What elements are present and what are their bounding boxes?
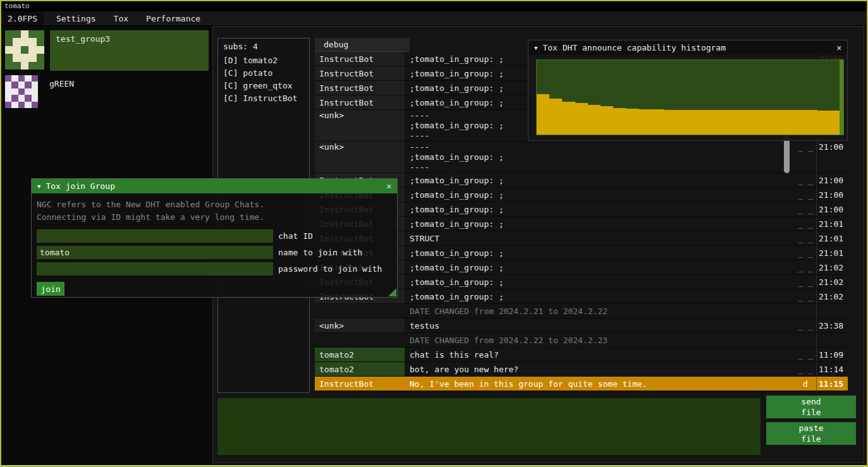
message-timestamp xyxy=(816,333,848,347)
histogram-bar xyxy=(817,111,830,135)
message-timestamp: 21:01 xyxy=(816,246,848,260)
message-timestamp: 21:02 xyxy=(816,275,848,289)
field-label: password to join with xyxy=(278,264,382,274)
histogram-bar xyxy=(792,110,805,135)
message-status: _ _ xyxy=(795,275,816,289)
message-timestamp: 21:00 xyxy=(816,188,848,202)
histogram-bar xyxy=(613,108,626,135)
member-list-item[interactable]: [C] potato xyxy=(218,67,309,80)
tab-label: debug xyxy=(324,40,348,49)
histogram-bar xyxy=(741,110,754,135)
message-author: InstructBot xyxy=(315,52,405,66)
menu-item-performance[interactable]: Performance xyxy=(137,11,209,25)
message-author: tomato2 xyxy=(315,362,405,376)
message-status: _ _ xyxy=(795,318,816,332)
histogram-bar xyxy=(537,94,549,135)
histogram-bar xyxy=(779,110,792,135)
message-status: _ _ xyxy=(795,362,816,376)
join-window-body: NGC refers to the New DHT enabled Group … xyxy=(32,193,397,297)
histogram-window-title: Tox DHT announce capability histogram xyxy=(542,43,726,52)
date-separator-text: DATE CHANGED from 2024.2.22 to 2024.2.23 xyxy=(405,333,795,347)
message-status: d xyxy=(795,377,816,391)
group-item-gREEN[interactable]: gREEN xyxy=(5,75,209,108)
histogram-bar xyxy=(601,106,613,135)
menu-item-tox[interactable]: Tox xyxy=(105,11,137,25)
message-author: <unk> xyxy=(315,142,405,173)
member-list-item[interactable]: [C] green_qtox xyxy=(218,80,309,92)
collapse-icon[interactable]: ▼ xyxy=(534,45,537,51)
paste-file-button[interactable]: paste file xyxy=(766,422,856,445)
message-author: <unk> xyxy=(315,110,405,141)
message-timestamp: 11:09 xyxy=(816,348,848,361)
resize-grip[interactable] xyxy=(388,288,396,296)
menu-item-settings[interactable]: Settings xyxy=(47,11,105,25)
member-list-item[interactable]: [D] tomato2 xyxy=(218,54,309,67)
message-author xyxy=(315,304,405,318)
chat-message-row[interactable]: tomato2chat is this real?_ _11:09 xyxy=(315,348,848,362)
histogram-bar xyxy=(549,99,562,135)
join-fields: chat IDtomatoname to join withpassword t… xyxy=(37,229,392,276)
message-status: _ _ xyxy=(795,217,816,231)
histogram-bar xyxy=(652,109,664,135)
chat-message-row[interactable]: <unk>testus_ _23:38 xyxy=(315,318,848,333)
message-status: _ _ xyxy=(795,142,816,173)
join-window-titlebar: ▼ Tox join Group ✕ xyxy=(32,179,397,193)
message-timestamp: 21:00 xyxy=(816,173,848,187)
close-icon[interactable]: ✕ xyxy=(836,43,841,52)
password-input[interactable] xyxy=(37,262,273,276)
message-text: ;tomato_in_group: ; xyxy=(405,202,795,216)
histogram-bar xyxy=(805,110,817,135)
message-status: _ _ xyxy=(795,246,816,260)
message-author: InstructBot xyxy=(315,81,405,95)
message-status: _ _ xyxy=(795,188,816,202)
histogram-bar xyxy=(716,110,728,135)
chat-id-input[interactable] xyxy=(37,229,273,243)
message-input[interactable] xyxy=(217,398,761,455)
message-text: STRUCT xyxy=(405,231,795,245)
date-separator-text: DATE CHANGED from 2024.2.21 to 2024.2.22 xyxy=(405,304,795,318)
message-timestamp: 21:01 xyxy=(816,217,848,231)
message-text: ;tomato_in_group: ; xyxy=(405,217,795,231)
histogram-bar xyxy=(767,110,779,135)
message-status: _ _ xyxy=(795,173,816,187)
message-status: _ _ xyxy=(795,289,816,303)
tab-debug[interactable]: debug xyxy=(315,38,410,52)
message-timestamp: 21:01 xyxy=(816,231,848,245)
message-timestamp: 23:38 xyxy=(816,318,848,332)
message-text: ;tomato_in_group: ; xyxy=(405,188,795,202)
message-text: ---- ;tomato_in_group: ; ---- xyxy=(405,142,795,173)
message-timestamp: 21:02 xyxy=(816,289,848,303)
message-status: _ _ xyxy=(795,260,816,274)
message-text: ;tomato_in_group: ; xyxy=(405,246,795,260)
send-file-button[interactable]: send file xyxy=(766,396,856,418)
message-author xyxy=(315,333,405,347)
message-text: ;tomato_in_group: ; xyxy=(405,173,795,187)
histogram-bar xyxy=(690,110,702,135)
window-title: tomato xyxy=(4,2,30,10)
fps-counter: 2.0FPS xyxy=(1,11,44,25)
chat-message-row[interactable]: <unk>---- ;tomato_in_group: ; ----_ _21:… xyxy=(315,142,848,173)
close-icon[interactable]: ✕ xyxy=(386,181,391,191)
message-status: _ _ xyxy=(795,231,816,245)
chat-message-row[interactable]: InstructBotNo, I've been in this group f… xyxy=(315,377,848,391)
collapse-icon[interactable]: ▼ xyxy=(37,183,40,190)
message-author: InstructBot xyxy=(315,95,405,109)
member-list: [D] tomato2[C] potato[C] green_qtox[C] I… xyxy=(218,54,309,105)
chat-message-row[interactable]: tomato2bot, are you new here?_ _11:14 xyxy=(315,362,848,377)
join-button[interactable]: join xyxy=(37,282,64,296)
message-status: _ _ xyxy=(795,348,816,361)
message-status: _ _ xyxy=(795,202,816,216)
histogram-bar xyxy=(664,110,677,135)
name-input[interactable]: tomato xyxy=(37,246,273,259)
message-text: ;tomato_in_group: ; xyxy=(405,260,795,274)
histogram-bar xyxy=(728,110,741,135)
plot-right-edge xyxy=(840,60,843,135)
message-text: chat is this real? xyxy=(405,348,795,361)
message-author: InstructBot xyxy=(315,377,405,391)
member-list-item[interactable]: [C] InstructBot xyxy=(218,92,309,105)
join-description-line1: NGC refers to the New DHT enabled Group … xyxy=(37,198,392,211)
histogram-body xyxy=(529,55,847,140)
message-author: <unk> xyxy=(315,318,405,332)
histogram-bar xyxy=(754,110,766,135)
group-item-test_group3[interactable]: test_group3 xyxy=(5,30,209,71)
